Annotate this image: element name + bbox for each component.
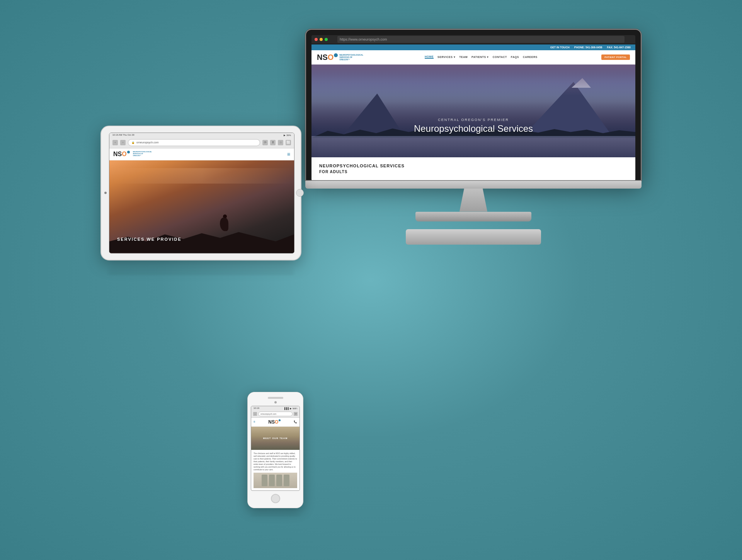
- mac-mini: [406, 229, 541, 245]
- monitor-bottom-bar: [305, 181, 642, 189]
- browser-minimize-dot: [320, 38, 323, 41]
- phone-screen: 10:16 ▌▌▌ ▶ WiFi ‹ orneuropsych.com ⟳ ≡ …: [251, 406, 300, 491]
- nav-faqs[interactable]: FAQs: [511, 56, 519, 58]
- phone-home-button[interactable]: [271, 494, 280, 503]
- tablet-back-button[interactable]: ‹: [112, 140, 118, 145]
- tablet-camera: [104, 192, 107, 194]
- logo-o: O: [328, 53, 334, 61]
- phone-address-bar[interactable]: orneuropsych.com: [258, 412, 293, 416]
- phone-logo-circle: [279, 419, 281, 421]
- tablet-bookmark-button[interactable]: ☆: [278, 140, 283, 145]
- nav-patients[interactable]: PATIENTS ▾: [471, 56, 489, 59]
- phone-reload-button[interactable]: ⟳: [294, 412, 298, 416]
- phone-frame: 10:16 ▌▌▌ ▶ WiFi ‹ orneuropsych.com ⟳ ≡ …: [247, 392, 303, 508]
- tablet-home-button[interactable]: [296, 189, 304, 197]
- phone-hero-text: MEET OUR TEAM: [263, 437, 288, 439]
- monitor-stand-neck: [450, 189, 497, 212]
- logo-ns: NSO: [317, 53, 334, 61]
- phone-status-bar: 10:16 ▌▌▌ ▶ WiFi: [251, 406, 300, 410]
- tablet-screen: 10:16 AM Thu Oct 29 ▶ 39% ‹ › 🔒 orneurop…: [109, 133, 294, 254]
- fax-number: FAX: 541-647-1580: [607, 46, 631, 49]
- phone-reflection: [251, 512, 300, 516]
- tablet-status-bar: 10:16 AM Thu Oct 29 ▶ 39%: [109, 133, 294, 137]
- sky-overlay: [311, 65, 635, 95]
- phone-back-button[interactable]: ‹: [253, 412, 257, 416]
- lock-icon: 🔒: [131, 141, 135, 144]
- scene: https://www.orneuropsych.com GET IN TOUC…: [100, 29, 642, 531]
- phone-menu-icon[interactable]: ≡: [254, 420, 255, 424]
- phone-team-person-2: [269, 475, 275, 486]
- phone-url: orneuropsych.com: [260, 413, 276, 415]
- tablet-share-button[interactable]: ⬆: [270, 140, 276, 145]
- tablet-address-bar[interactable]: 🔒 orneuropsych.com: [128, 139, 260, 146]
- patient-portal-button[interactable]: PATIENT PORTAL: [601, 54, 630, 60]
- ipad-tablet: 10:16 AM Thu Oct 29 ▶ 39% ‹ › 🔒 orneurop…: [100, 126, 301, 280]
- browser-close-dot: [315, 38, 318, 41]
- hero-text-overlay: CENTRAL OREGON'S PREMIER Neuropsychologi…: [414, 118, 533, 134]
- get-in-touch-label: GET IN TOUCH: [550, 46, 570, 49]
- tablet-time: 10:16 AM Thu Oct 29: [112, 134, 134, 136]
- tablet-logo-ns: NSO: [113, 151, 127, 158]
- nav-team[interactable]: TEAM: [459, 56, 468, 58]
- phone-team-person-4: [284, 475, 289, 486]
- nso-hero-section: CENTRAL OREGON'S PREMIER Neuropsychologi…: [311, 65, 635, 157]
- nav-home[interactable]: HOME: [425, 55, 434, 59]
- services-subtitle: FOR ADULTS: [319, 170, 628, 174]
- nso-navbar: NSO NEUROPSYCHOLOGICALSERVICES OF OREGON…: [311, 50, 635, 65]
- tablet-reload-button[interactable]: ⟳: [262, 140, 268, 145]
- hero-subtitle: CENTRAL OREGON'S PREMIER: [414, 118, 533, 122]
- monitor-stand-base: [415, 212, 531, 221]
- phone-logo: NSO: [268, 419, 281, 425]
- phone-speaker: [268, 397, 283, 399]
- hero-title: Neuropsychological Services: [414, 123, 533, 134]
- tablet-logo-o: O: [122, 151, 126, 157]
- phone-number: PHONE: 541-306-0456: [574, 46, 602, 49]
- tablet-hero: SERVICES WE PROVIDE: [109, 160, 294, 253]
- services-title: NEUROPSYCHOLOGICAL SERVICES: [319, 163, 628, 168]
- tablet-forward-button[interactable]: ›: [120, 140, 126, 145]
- phone-logo-o: O: [275, 419, 278, 425]
- phone-hero: MEET OUR TEAM: [251, 427, 300, 450]
- phone-content-text: The clinicians and staff at NSO are high…: [254, 452, 297, 471]
- browser-maximize-dot: [325, 38, 328, 41]
- nav-services[interactable]: SERVICES ▾: [437, 56, 455, 59]
- phone-content-section: The clinicians and staff at NSO are high…: [251, 450, 300, 490]
- monitor-address-bar[interactable]: https://www.orneuropsych.com: [337, 36, 625, 43]
- logo-circle: [334, 53, 338, 57]
- iphone-phone: 10:16 ▌▌▌ ▶ WiFi ‹ orneuropsych.com ⟳ ≡ …: [247, 392, 303, 520]
- phone-signal: ▌▌▌ ▶ WiFi: [284, 407, 297, 410]
- tablet-frame: 10:16 AM Thu Oct 29 ▶ 39% ‹ › 🔒 orneurop…: [100, 126, 301, 260]
- nav-contact[interactable]: CONTACT: [493, 56, 507, 58]
- tablet-logo-circle: [127, 151, 130, 153]
- person-body: [220, 218, 228, 231]
- tablet-nso-logo: NSO NEUROPSYCHOLOGICALSERVICES OF OREGON…: [113, 151, 150, 158]
- desktop-monitor: https://www.orneuropsych.com GET IN TOUC…: [305, 29, 642, 245]
- nso-nav-links: HOME SERVICES ▾ TEAM PATIENTS ▾ CONTACT …: [425, 55, 538, 59]
- phone-nso-navbar: ≡ NSO 📞: [251, 418, 300, 427]
- phone-call-icon[interactable]: 📞: [294, 420, 297, 424]
- phone-time: 10:16: [254, 407, 259, 409]
- phone-team-person-1: [262, 475, 267, 486]
- tablet-hero-text: SERVICES WE PROVIDE: [117, 237, 182, 242]
- nav-careers[interactable]: CAREERS: [523, 56, 538, 58]
- monitor-screen-wrapper: https://www.orneuropsych.com GET IN TOUC…: [305, 29, 642, 181]
- phone-camera: [274, 401, 277, 403]
- phone-team-photo: [254, 473, 297, 488]
- tablet-relative-wrapper: 10:16 AM Thu Oct 29 ▶ 39% ‹ › 🔒 orneurop…: [100, 126, 301, 260]
- logo-subtitle: NEUROPSYCHOLOGICALSERVICES OF OREGON™: [339, 54, 361, 61]
- monitor-screen: GET IN TOUCH PHONE: 541-306-0456 FAX: 54…: [311, 44, 635, 180]
- phone-team-person-3: [276, 475, 282, 486]
- water-reflection: [311, 136, 635, 157]
- tablet-menu-hamburger[interactable]: ≡: [287, 151, 290, 157]
- monitor-url: https://www.orneuropsych.com: [340, 37, 387, 41]
- phone-browser-chrome: ‹ orneuropsych.com ⟳: [251, 410, 300, 418]
- mist-layer: [109, 168, 294, 184]
- tablet-battery: ▶ 39%: [284, 134, 291, 136]
- nso-header-top-bar: GET IN TOUCH PHONE: 541-306-0456 FAX: 54…: [311, 44, 635, 50]
- services-section: NEUROPSYCHOLOGICAL SERVICES FOR ADULTS: [311, 157, 635, 180]
- person-silhouette: [220, 214, 230, 232]
- tablet-url: orneuropsych.com: [136, 141, 159, 144]
- phone-logo-ns: NSO: [268, 419, 278, 425]
- nso-logo: NSO NEUROPSYCHOLOGICALSERVICES OF OREGON…: [317, 53, 361, 61]
- tablet-tabs-button[interactable]: ⬜: [286, 140, 291, 145]
